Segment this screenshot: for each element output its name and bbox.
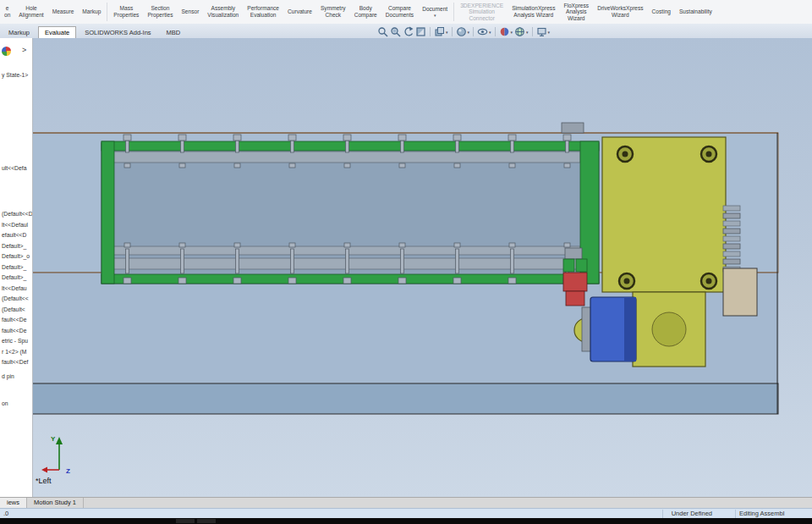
feature-tree-item[interactable]: (Default<< [2,295,29,301]
bolt[interactable] [236,141,239,152]
bolt[interactable] [564,243,570,247]
bolt[interactable] [454,163,460,168]
bolt[interactable] [566,141,569,152]
bolt[interactable] [344,163,350,168]
feature-tree-item[interactable]: Default>_o [2,253,30,259]
panel-flyout-arrow-icon[interactable]: > [22,46,26,54]
tab-evaluate[interactable]: Evaluate [38,26,76,38]
bolt[interactable] [343,135,351,141]
feature-tree-item[interactable]: Default>_ [2,264,26,270]
bolt[interactable] [453,278,461,284]
bolt[interactable] [563,135,571,141]
ribbon-item-driveworksxpress[interactable]: DriveWorksXpressWizard [593,5,647,18]
feature-tree-item[interactable]: fault<<De [2,328,26,334]
bolt[interactable] [178,278,186,284]
ribbon-item-sensor[interactable]: Sensor [177,8,203,15]
bolt[interactable] [123,135,131,141]
bolt[interactable] [234,163,240,168]
bolt[interactable] [288,135,296,141]
edit-appearance-button[interactable]: ▾ [499,26,513,37]
bolt[interactable] [124,163,130,168]
previous-view-button[interactable] [403,26,414,37]
bolt[interactable] [236,249,239,273]
bolt[interactable] [178,135,186,141]
bolt[interactable] [233,278,241,284]
bolt[interactable] [399,243,405,247]
feature-tree-item[interactable]: Default>_ [2,274,26,280]
display-style-button[interactable]: ▾ [456,26,470,37]
bolt[interactable] [398,278,406,284]
bolt[interactable] [181,141,184,152]
bolt[interactable] [291,141,294,152]
feature-tree-item[interactable]: (Default< [2,306,25,312]
ribbon-item-compare[interactable]: CompareDocuments [381,5,418,18]
ribbon-item-e[interactable]: eon [0,5,14,18]
bolt[interactable] [126,249,129,273]
feature-tree-item[interactable]: y State-1> [2,72,28,78]
taskbar-button[interactable] [176,519,195,523]
bolt[interactable] [401,141,404,152]
hide-show-items-button[interactable]: ▾ [477,26,491,37]
feature-tree-item[interactable]: Default>_ [2,243,26,249]
feature-tree-item[interactable]: fault<<De [2,317,26,323]
ribbon-item-curvature[interactable]: Curvature [283,8,316,15]
feature-tree-item[interactable]: lt<<Defau [2,285,26,291]
ribbon-item-symmetry[interactable]: SymmetryCheck [316,5,350,18]
ribbon-item-floxpress[interactable]: FloXpressAnalysisWizard [559,3,593,22]
bolt[interactable] [454,243,460,247]
feature-tree-item[interactable]: etric - Spu [2,338,28,344]
ribbon-item-costing[interactable]: Costing [648,8,675,15]
feature-tree-item[interactable]: ult<<Defa [2,165,26,171]
motor[interactable] [582,297,636,361]
feature-tree-item[interactable]: d pin [2,373,14,379]
assembly-model[interactable]: Y Z [32,38,812,497]
bolt[interactable] [179,243,185,247]
taskbar-button[interactable] [197,519,216,523]
ribbon-item-performance[interactable]: PerformanceEvaluation [243,5,283,18]
linear-frame-assembly[interactable] [102,135,599,284]
ribbon-item-markup[interactable]: Markup [78,8,105,15]
bolt[interactable] [124,243,130,247]
view-orientation-button[interactable]: ▾ [434,26,448,37]
gear-rack[interactable] [723,206,740,272]
feature-tree-item[interactable]: (Default<<D [2,211,33,217]
bolt[interactable] [508,135,516,141]
feature-tree-item[interactable]: r 1<2> (M [2,349,26,355]
bolt[interactable] [234,243,240,247]
feature-tree-item[interactable]: fault<<Def [2,359,28,365]
feature-tree-item[interactable]: on [2,400,8,406]
bolt[interactable] [291,249,294,273]
bolt[interactable] [509,243,515,247]
zoom-to-fit-button[interactable] [377,26,388,37]
bolt[interactable] [346,141,349,152]
zoom-area-button[interactable] [390,26,401,37]
bolt[interactable] [289,163,295,168]
ribbon-item-document[interactable]: Document▾ [418,6,452,18]
ribbon-item-sustainability[interactable]: Sustainability [675,8,716,15]
tab-markup[interactable]: Markup [2,26,36,38]
feature-tree-item[interactable]: efault<<D [2,232,26,238]
tab-mbd[interactable]: MBD [160,26,188,38]
bolt[interactable] [346,249,349,273]
bolt[interactable] [401,249,404,273]
bolt[interactable] [453,135,461,141]
bolt[interactable] [289,243,295,247]
bolt[interactable] [123,278,131,284]
bolt[interactable] [399,163,405,168]
ribbon-item-section[interactable]: SectionProperties [143,5,177,18]
bolt[interactable] [398,135,406,141]
bolt[interactable] [288,278,296,284]
ribbon-item-mass[interactable]: MassProperties [109,5,143,18]
bolt[interactable] [509,163,515,168]
bolt[interactable] [181,249,184,273]
apply-scene-button[interactable]: ▾ [514,26,529,37]
bolt[interactable] [456,141,459,152]
ribbon-item-body[interactable]: BodyCompare [350,5,381,18]
section-view-button[interactable] [415,26,426,37]
graphics-viewport[interactable]: Y Z *Left [32,38,812,497]
tab-solidworks-add-ins[interactable]: SOLIDWORKS Add-Ins [78,26,157,38]
bolt[interactable] [511,141,514,152]
bolt[interactable] [126,141,129,152]
bolt[interactable] [456,249,459,273]
ribbon-item-measure[interactable]: Measure [48,8,79,15]
